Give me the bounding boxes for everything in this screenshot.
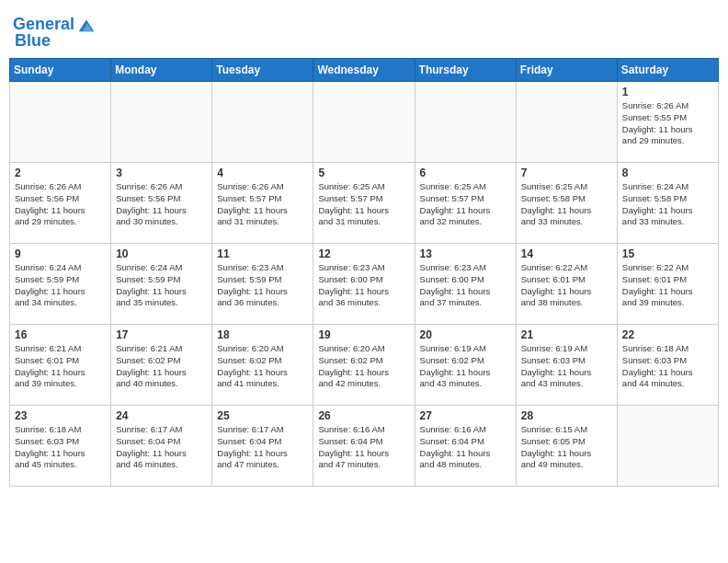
calendar-cell: 16Sunrise: 6:21 AM Sunset: 6:01 PM Dayli… bbox=[10, 325, 111, 406]
day-info: Sunrise: 6:17 AM Sunset: 6:04 PM Dayligh… bbox=[217, 424, 308, 471]
calendar-cell: 22Sunrise: 6:18 AM Sunset: 6:03 PM Dayli… bbox=[617, 325, 718, 406]
week-row-2: 2Sunrise: 6:26 AM Sunset: 5:56 PM Daylig… bbox=[10, 163, 719, 244]
week-row-5: 23Sunrise: 6:18 AM Sunset: 6:03 PM Dayli… bbox=[10, 406, 719, 487]
logo-icon bbox=[76, 15, 97, 35]
day-info: Sunrise: 6:25 AM Sunset: 5:57 PM Dayligh… bbox=[420, 181, 511, 228]
calendar-cell: 18Sunrise: 6:20 AM Sunset: 6:02 PM Dayli… bbox=[212, 325, 313, 406]
day-number: 4 bbox=[217, 167, 308, 179]
calendar-cell bbox=[415, 82, 516, 163]
calendar-cell: 17Sunrise: 6:21 AM Sunset: 6:02 PM Dayli… bbox=[111, 325, 212, 406]
day-info: Sunrise: 6:15 AM Sunset: 6:05 PM Dayligh… bbox=[521, 424, 612, 471]
calendar-cell: 24Sunrise: 6:17 AM Sunset: 6:04 PM Dayli… bbox=[111, 406, 212, 487]
day-info: Sunrise: 6:26 AM Sunset: 5:56 PM Dayligh… bbox=[116, 181, 207, 228]
day-number: 16 bbox=[15, 328, 106, 341]
day-info: Sunrise: 6:25 AM Sunset: 5:57 PM Dayligh… bbox=[318, 181, 409, 228]
day-info: Sunrise: 6:23 AM Sunset: 6:00 PM Dayligh… bbox=[420, 262, 511, 309]
day-number: 14 bbox=[521, 247, 612, 260]
day-info: Sunrise: 6:22 AM Sunset: 6:01 PM Dayligh… bbox=[622, 262, 713, 309]
day-info: Sunrise: 6:19 AM Sunset: 6:02 PM Dayligh… bbox=[420, 343, 511, 390]
calendar-cell: 21Sunrise: 6:19 AM Sunset: 6:03 PM Dayli… bbox=[516, 325, 617, 406]
day-number: 26 bbox=[318, 409, 409, 422]
day-number: 10 bbox=[116, 247, 207, 260]
day-info: Sunrise: 6:25 AM Sunset: 5:58 PM Dayligh… bbox=[521, 181, 612, 228]
calendar-header-friday: Friday bbox=[516, 59, 617, 82]
day-info: Sunrise: 6:18 AM Sunset: 6:03 PM Dayligh… bbox=[622, 343, 713, 390]
day-number: 19 bbox=[318, 328, 409, 341]
calendar-cell bbox=[617, 406, 718, 487]
day-info: Sunrise: 6:19 AM Sunset: 6:03 PM Dayligh… bbox=[521, 343, 612, 390]
day-info: Sunrise: 6:20 AM Sunset: 6:02 PM Dayligh… bbox=[217, 343, 308, 390]
page-header: General Blue bbox=[9, 9, 719, 51]
day-number: 12 bbox=[318, 247, 409, 260]
calendar-header-saturday: Saturday bbox=[617, 59, 718, 82]
day-number: 13 bbox=[420, 247, 511, 260]
day-number: 9 bbox=[15, 247, 106, 260]
calendar-header-wednesday: Wednesday bbox=[313, 59, 415, 82]
calendar: SundayMondayTuesdayWednesdayThursdayFrid… bbox=[9, 58, 719, 487]
day-info: Sunrise: 6:24 AM Sunset: 5:58 PM Dayligh… bbox=[622, 181, 713, 228]
calendar-cell: 23Sunrise: 6:18 AM Sunset: 6:03 PM Dayli… bbox=[10, 406, 111, 487]
day-info: Sunrise: 6:26 AM Sunset: 5:57 PM Dayligh… bbox=[217, 181, 308, 228]
week-row-4: 16Sunrise: 6:21 AM Sunset: 6:01 PM Dayli… bbox=[10, 325, 719, 406]
day-number: 8 bbox=[622, 167, 713, 179]
calendar-cell bbox=[111, 82, 212, 163]
day-number: 18 bbox=[217, 328, 308, 341]
day-info: Sunrise: 6:17 AM Sunset: 6:04 PM Dayligh… bbox=[116, 424, 207, 471]
calendar-cell: 4Sunrise: 6:26 AM Sunset: 5:57 PM Daylig… bbox=[212, 163, 313, 244]
day-number: 11 bbox=[217, 247, 308, 260]
calendar-header-monday: Monday bbox=[111, 59, 212, 82]
day-number: 22 bbox=[622, 328, 713, 341]
day-info: Sunrise: 6:26 AM Sunset: 5:56 PM Dayligh… bbox=[15, 181, 106, 228]
calendar-cell: 19Sunrise: 6:20 AM Sunset: 6:02 PM Dayli… bbox=[313, 325, 415, 406]
day-number: 20 bbox=[420, 328, 511, 341]
day-number: 25 bbox=[217, 409, 308, 422]
calendar-cell: 3Sunrise: 6:26 AM Sunset: 5:56 PM Daylig… bbox=[111, 163, 212, 244]
calendar-header-row: SundayMondayTuesdayWednesdayThursdayFrid… bbox=[10, 59, 719, 82]
calendar-cell: 25Sunrise: 6:17 AM Sunset: 6:04 PM Dayli… bbox=[212, 406, 313, 487]
day-number: 23 bbox=[15, 409, 106, 422]
day-info: Sunrise: 6:16 AM Sunset: 6:04 PM Dayligh… bbox=[318, 424, 409, 471]
calendar-header-sunday: Sunday bbox=[10, 59, 111, 82]
day-number: 21 bbox=[521, 328, 612, 341]
day-number: 24 bbox=[116, 409, 207, 422]
day-info: Sunrise: 6:21 AM Sunset: 6:01 PM Dayligh… bbox=[15, 343, 106, 390]
day-info: Sunrise: 6:23 AM Sunset: 5:59 PM Dayligh… bbox=[217, 262, 308, 309]
day-number: 1 bbox=[622, 86, 713, 98]
day-info: Sunrise: 6:20 AM Sunset: 6:02 PM Dayligh… bbox=[318, 343, 409, 390]
calendar-header-thursday: Thursday bbox=[415, 59, 516, 82]
day-info: Sunrise: 6:24 AM Sunset: 5:59 PM Dayligh… bbox=[116, 262, 207, 309]
week-row-1: 1Sunrise: 6:26 AM Sunset: 5:55 PM Daylig… bbox=[10, 82, 719, 163]
day-info: Sunrise: 6:23 AM Sunset: 6:00 PM Dayligh… bbox=[318, 262, 409, 309]
day-number: 3 bbox=[116, 167, 207, 179]
day-number: 27 bbox=[420, 409, 511, 422]
day-number: 7 bbox=[521, 167, 612, 179]
calendar-cell: 12Sunrise: 6:23 AM Sunset: 6:00 PM Dayli… bbox=[313, 244, 415, 325]
day-number: 5 bbox=[318, 167, 409, 179]
day-number: 2 bbox=[15, 167, 106, 179]
calendar-header-tuesday: Tuesday bbox=[212, 59, 313, 82]
day-info: Sunrise: 6:18 AM Sunset: 6:03 PM Dayligh… bbox=[15, 424, 106, 471]
day-number: 17 bbox=[116, 328, 207, 341]
calendar-cell: 15Sunrise: 6:22 AM Sunset: 6:01 PM Dayli… bbox=[617, 244, 718, 325]
calendar-cell: 5Sunrise: 6:25 AM Sunset: 5:57 PM Daylig… bbox=[313, 163, 415, 244]
calendar-cell: 9Sunrise: 6:24 AM Sunset: 5:59 PM Daylig… bbox=[10, 244, 111, 325]
day-info: Sunrise: 6:22 AM Sunset: 6:01 PM Dayligh… bbox=[521, 262, 612, 309]
day-info: Sunrise: 6:26 AM Sunset: 5:55 PM Dayligh… bbox=[622, 100, 713, 147]
day-info: Sunrise: 6:16 AM Sunset: 6:04 PM Dayligh… bbox=[420, 424, 511, 471]
day-number: 15 bbox=[622, 247, 713, 260]
calendar-cell: 8Sunrise: 6:24 AM Sunset: 5:58 PM Daylig… bbox=[617, 163, 718, 244]
week-row-3: 9Sunrise: 6:24 AM Sunset: 5:59 PM Daylig… bbox=[10, 244, 719, 325]
day-info: Sunrise: 6:21 AM Sunset: 6:02 PM Dayligh… bbox=[116, 343, 207, 390]
day-number: 28 bbox=[521, 409, 612, 422]
calendar-cell: 20Sunrise: 6:19 AM Sunset: 6:02 PM Dayli… bbox=[415, 325, 516, 406]
calendar-cell: 14Sunrise: 6:22 AM Sunset: 6:01 PM Dayli… bbox=[516, 244, 617, 325]
calendar-cell: 2Sunrise: 6:26 AM Sunset: 5:56 PM Daylig… bbox=[10, 163, 111, 244]
calendar-cell: 27Sunrise: 6:16 AM Sunset: 6:04 PM Dayli… bbox=[415, 406, 516, 487]
calendar-cell: 7Sunrise: 6:25 AM Sunset: 5:58 PM Daylig… bbox=[516, 163, 617, 244]
day-number: 6 bbox=[420, 167, 511, 179]
calendar-cell: 26Sunrise: 6:16 AM Sunset: 6:04 PM Dayli… bbox=[313, 406, 415, 487]
calendar-cell bbox=[313, 82, 415, 163]
calendar-cell: 6Sunrise: 6:25 AM Sunset: 5:57 PM Daylig… bbox=[415, 163, 516, 244]
calendar-cell: 10Sunrise: 6:24 AM Sunset: 5:59 PM Dayli… bbox=[111, 244, 212, 325]
calendar-cell: 28Sunrise: 6:15 AM Sunset: 6:05 PM Dayli… bbox=[516, 406, 617, 487]
